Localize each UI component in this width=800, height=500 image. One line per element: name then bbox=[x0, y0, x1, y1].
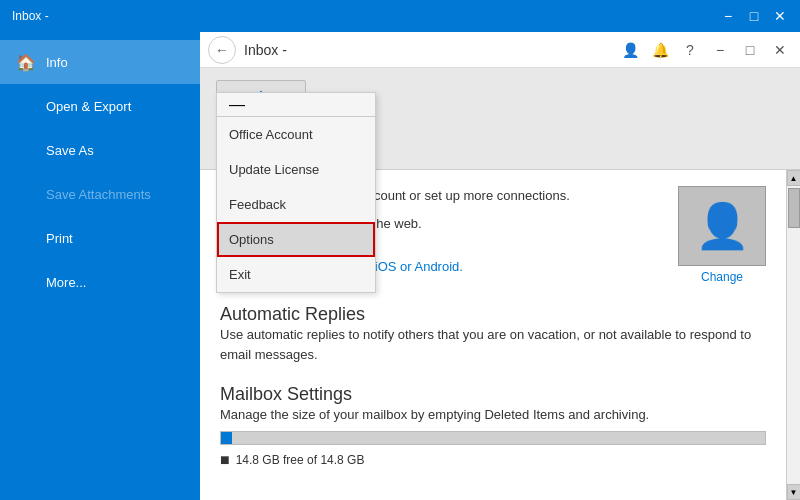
person-icon[interactable]: 👤 bbox=[618, 38, 642, 62]
sidebar-item-info[interactable]: 🏠 Info bbox=[0, 40, 200, 84]
sidebar-item-more[interactable]: More... bbox=[0, 260, 200, 304]
sidebar-item-save-as-label: Save As bbox=[46, 143, 94, 158]
change-photo-link[interactable]: Change bbox=[701, 270, 743, 284]
avatar-area: 👤 Change bbox=[678, 186, 766, 284]
title-bar-text: Inbox - bbox=[8, 9, 716, 23]
inbox-label: Inbox - bbox=[244, 42, 610, 58]
home-icon: 🏠 bbox=[16, 53, 36, 72]
dropdown-menu: — Office Account Update License Feedback… bbox=[216, 92, 376, 293]
automatic-replies-section: Automatic Replies Use automatic replies … bbox=[220, 296, 766, 364]
title-bar-controls: − □ ✕ bbox=[716, 6, 792, 26]
window-minimize-icon[interactable]: − bbox=[708, 38, 732, 62]
automatic-replies-text: Use automatic replies to notify others t… bbox=[220, 325, 766, 364]
mailbox-settings-text: Manage the size of your mailbox by empty… bbox=[220, 405, 766, 425]
sidebar-item-save-attachments: Save Attachments bbox=[0, 172, 200, 216]
window-close-icon[interactable]: ✕ bbox=[768, 38, 792, 62]
storage-info: ■ 14.8 GB free of 14.8 GB bbox=[220, 451, 766, 469]
content-area: ← Inbox - 👤 🔔 ? − □ ✕ ⚙ AccountSettings … bbox=[200, 32, 800, 500]
avatar-box: 👤 bbox=[678, 186, 766, 266]
dropdown-item-options[interactable]: Options bbox=[217, 222, 375, 257]
back-button[interactable]: ← bbox=[208, 36, 236, 64]
help-icon[interactable]: ? bbox=[678, 38, 702, 62]
dropdown-divider: — bbox=[217, 93, 375, 117]
sidebar-item-more-label: More... bbox=[46, 275, 86, 290]
sidebar-item-info-label: Info bbox=[46, 55, 68, 70]
divider-icon: — bbox=[229, 96, 245, 114]
dropdown-item-update-license[interactable]: Update License bbox=[217, 152, 375, 187]
mailbox-settings-heading: Mailbox Settings bbox=[220, 384, 766, 405]
sidebar-item-print-label: Print bbox=[46, 231, 73, 246]
sidebar-item-save-as[interactable]: Save As bbox=[0, 128, 200, 172]
mailbox-progress-bar bbox=[220, 431, 766, 445]
bell-icon[interactable]: 🔔 bbox=[648, 38, 672, 62]
scrollbar-thumb[interactable] bbox=[788, 188, 800, 228]
title-bar: Inbox - − □ ✕ bbox=[0, 0, 800, 32]
main-area: 🏠 Info Open & Export Save As Save Attach… bbox=[0, 32, 800, 500]
window-restore-icon[interactable]: □ bbox=[738, 38, 762, 62]
close-button[interactable]: ✕ bbox=[768, 6, 792, 26]
minimize-button[interactable]: − bbox=[716, 6, 740, 26]
sidebar-item-open-export[interactable]: Open & Export bbox=[0, 84, 200, 128]
sidebar-item-print[interactable]: Print bbox=[0, 216, 200, 260]
top-bar-icons: 👤 🔔 ? − □ ✕ bbox=[618, 38, 792, 62]
storage-bullet-icon: ■ bbox=[220, 451, 230, 469]
dropdown-item-feedback[interactable]: Feedback bbox=[217, 187, 375, 222]
dropdown-item-exit[interactable]: Exit bbox=[217, 257, 375, 292]
sidebar-item-save-attachments-label: Save Attachments bbox=[46, 187, 151, 202]
scroll-up-button[interactable]: ▲ bbox=[787, 170, 801, 186]
sidebar: 🏠 Info Open & Export Save As Save Attach… bbox=[0, 32, 200, 500]
top-bar: ← Inbox - 👤 🔔 ? − □ ✕ bbox=[200, 32, 800, 68]
dropdown-item-office-account[interactable]: Office Account bbox=[217, 117, 375, 152]
restore-button[interactable]: □ bbox=[742, 6, 766, 26]
storage-text-value: 14.8 GB free of 14.8 GB bbox=[236, 453, 365, 467]
automatic-replies-heading: Automatic Replies bbox=[220, 304, 766, 325]
avatar-silhouette-icon: 👤 bbox=[695, 200, 750, 252]
mailbox-progress-fill bbox=[221, 432, 232, 444]
sidebar-item-open-export-label: Open & Export bbox=[46, 99, 131, 114]
mailbox-settings-section: Mailbox Settings Manage the size of your… bbox=[220, 376, 766, 469]
scroll-down-button[interactable]: ▼ bbox=[787, 484, 801, 500]
scrollbar[interactable]: ▲ ▼ bbox=[786, 170, 800, 500]
